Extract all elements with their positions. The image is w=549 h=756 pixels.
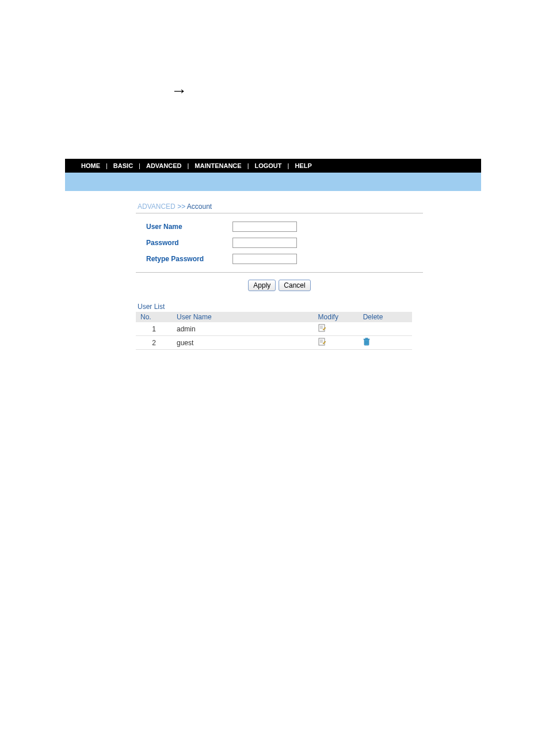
- apply-button[interactable]: Apply: [248, 280, 276, 291]
- svg-rect-0: [319, 324, 325, 331]
- breadcrumb-separator: >>: [177, 203, 185, 211]
- edit-icon[interactable]: [318, 338, 326, 346]
- cell-modify: [316, 322, 361, 336]
- col-header-delete: Delete: [361, 312, 412, 322]
- content-area: ADVANCED >> Account User Name Password R…: [65, 191, 481, 350]
- nav-separator: |: [288, 162, 289, 169]
- retype-password-input[interactable]: [232, 254, 297, 264]
- cell-no: 2: [136, 336, 174, 350]
- nav-advanced[interactable]: ADVANCED: [146, 162, 182, 169]
- svg-rect-1: [319, 338, 325, 345]
- table-row: 2guest: [136, 336, 412, 350]
- password-input[interactable]: [232, 238, 297, 248]
- nav-logout[interactable]: LOGOUT: [254, 162, 281, 169]
- cell-no: 1: [136, 322, 174, 336]
- table-row: 1admin: [136, 322, 412, 336]
- svg-rect-4: [365, 338, 368, 339]
- nav-maintenance[interactable]: MAINTENANCE: [195, 162, 241, 169]
- cancel-button[interactable]: Cancel: [279, 280, 310, 291]
- user-list-title: User List: [136, 303, 481, 311]
- nav-help[interactable]: HELP: [295, 162, 311, 169]
- breadcrumb: ADVANCED >> Account: [136, 203, 481, 211]
- button-row: Apply Cancel: [136, 273, 423, 298]
- col-header-modify: Modify: [316, 312, 361, 322]
- nav-bar: HOME | BASIC | ADVANCED | MAINTENANCE | …: [65, 159, 481, 173]
- password-label: Password: [146, 239, 232, 247]
- arrow-right-icon: →: [171, 82, 187, 100]
- breadcrumb-parent[interactable]: ADVANCED: [138, 203, 176, 211]
- cell-username: guest: [174, 336, 316, 350]
- username-label: User Name: [146, 223, 232, 231]
- nav-separator: |: [187, 162, 189, 169]
- cell-modify: [316, 336, 361, 350]
- nav-home[interactable]: HOME: [81, 162, 100, 169]
- nav-separator: |: [106, 162, 108, 169]
- nav-basic[interactable]: BASIC: [113, 162, 133, 169]
- col-header-no: No.: [136, 312, 174, 322]
- user-list-table: No. User Name Modify Delete 1admin2guest: [136, 312, 412, 350]
- cell-delete: [361, 322, 412, 336]
- main-panel: HOME | BASIC | ADVANCED | MAINTENANCE | …: [65, 159, 481, 350]
- nav-separator: |: [139, 162, 140, 169]
- col-header-username: User Name: [174, 312, 316, 322]
- header-banner: [65, 173, 481, 191]
- cell-delete: [361, 336, 412, 350]
- retype-password-label: Retype Password: [146, 255, 232, 263]
- breadcrumb-current: Account: [187, 203, 212, 211]
- trash-icon[interactable]: [363, 338, 370, 346]
- nav-separator: |: [247, 162, 249, 169]
- edit-icon[interactable]: [318, 324, 326, 332]
- account-form: User Name Password Retype Password: [136, 213, 423, 273]
- cell-username: admin: [174, 322, 316, 336]
- username-input[interactable]: [232, 222, 297, 232]
